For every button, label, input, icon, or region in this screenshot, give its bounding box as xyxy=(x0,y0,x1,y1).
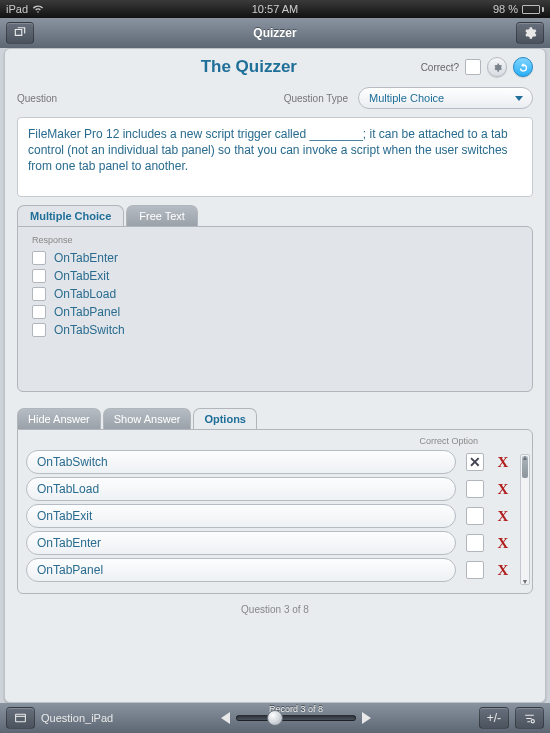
prev-record-button[interactable] xyxy=(221,712,230,724)
status-time: 10:57 AM xyxy=(0,3,550,15)
response-checkbox[interactable] xyxy=(32,251,46,265)
ipad-status-bar: iPad 10:57 AM 98 % xyxy=(0,0,550,18)
option-row: OnTabSwitchX xyxy=(26,450,512,474)
response-checkbox[interactable] xyxy=(32,287,46,301)
response-label: OnTabSwitch xyxy=(54,323,125,337)
option-row: OnTabExitX xyxy=(26,504,512,528)
tab-show-answer[interactable]: Show Answer xyxy=(103,408,192,429)
response-label: OnTabPanel xyxy=(54,305,120,319)
quiz-page: The Quizzer Correct? Question Question T… xyxy=(4,48,546,703)
response-row: OnTabPanel xyxy=(28,303,522,321)
header-refresh-button[interactable] xyxy=(513,57,533,77)
question-text[interactable]: FileMaker Pro 12 includes a new script t… xyxy=(17,117,533,197)
layout-menu-button[interactable] xyxy=(6,707,35,729)
response-label: OnTabEnter xyxy=(54,251,118,265)
option-input[interactable]: OnTabLoad xyxy=(26,477,456,501)
response-row: OnTabEnter xyxy=(28,249,522,267)
qtype-value: Multiple Choice xyxy=(369,92,444,104)
next-record-button[interactable] xyxy=(362,712,371,724)
option-input[interactable]: OnTabSwitch xyxy=(26,450,456,474)
option-correct-checkbox[interactable] xyxy=(466,507,484,525)
answer-tabs: Hide Answer Show Answer Options xyxy=(17,408,545,429)
response-checkbox[interactable] xyxy=(32,269,46,283)
option-row: OnTabLoadX xyxy=(26,477,512,501)
record-navigator: Record 3 of 8 xyxy=(119,712,472,724)
response-row: OnTabExit xyxy=(28,267,522,285)
tab-hide-answer[interactable]: Hide Answer xyxy=(17,408,101,429)
record-caption: Record 3 of 8 xyxy=(237,704,355,714)
record-slider[interactable]: Record 3 of 8 xyxy=(236,715,356,721)
option-correct-checkbox[interactable] xyxy=(466,534,484,552)
option-input[interactable]: OnTabEnter xyxy=(26,531,456,555)
navbar-title: Quizzer xyxy=(253,26,296,40)
correct-label: Correct? xyxy=(421,62,459,73)
option-delete-button[interactable]: X xyxy=(494,481,512,498)
option-text: OnTabSwitch xyxy=(37,455,108,469)
option-correct-checkbox[interactable] xyxy=(466,561,484,579)
question-label: Question xyxy=(17,93,77,104)
tab-options[interactable]: Options xyxy=(193,408,257,429)
option-delete-button[interactable]: X xyxy=(494,508,512,525)
tab-mc[interactable]: Multiple Choice xyxy=(17,205,124,226)
response-header: Response xyxy=(32,235,522,245)
correct-checkbox[interactable] xyxy=(465,59,481,75)
response-row: OnTabLoad xyxy=(28,285,522,303)
option-text: OnTabPanel xyxy=(37,563,103,577)
add-omit-button[interactable]: +/- xyxy=(479,707,509,729)
options-scrollbar[interactable]: ▲ ▼ xyxy=(520,454,530,585)
qtype-label: Question Type xyxy=(284,93,348,104)
bottom-toolbar: Question_iPad Record 3 of 8 +/- xyxy=(0,703,550,733)
option-row: OnTabEnterX xyxy=(26,531,512,555)
layout-name: Question_iPad xyxy=(41,712,113,724)
option-input[interactable]: OnTabExit xyxy=(26,504,456,528)
windows-button[interactable] xyxy=(6,22,34,44)
response-label: OnTabLoad xyxy=(54,287,116,301)
app-title: The Quizzer xyxy=(77,57,421,77)
svg-point-2 xyxy=(531,719,534,722)
option-text: OnTabExit xyxy=(37,509,92,523)
response-checkbox[interactable] xyxy=(32,305,46,319)
svg-rect-0 xyxy=(16,714,26,722)
option-row: OnTabPanelX xyxy=(26,558,512,582)
slider-knob[interactable] xyxy=(267,710,283,726)
correct-option-header: Correct Option xyxy=(26,436,524,446)
option-delete-button[interactable]: X xyxy=(494,562,512,579)
option-correct-checkbox[interactable] xyxy=(466,453,484,471)
app-navbar: Quizzer xyxy=(0,18,550,48)
response-label: OnTabExit xyxy=(54,269,109,283)
response-checkbox[interactable] xyxy=(32,323,46,337)
qtype-dropdown[interactable]: Multiple Choice xyxy=(358,87,533,109)
response-panel: Response OnTabEnterOnTabExitOnTabLoadOnT… xyxy=(17,226,533,392)
option-delete-button[interactable]: X xyxy=(494,535,512,552)
response-tabs: Multiple Choice Free Text xyxy=(17,205,545,226)
tab-free[interactable]: Free Text xyxy=(126,205,198,226)
option-delete-button[interactable]: X xyxy=(494,454,512,471)
find-sort-button[interactable] xyxy=(515,707,544,729)
options-panel: Correct Option OnTabSwitchXOnTabLoadXOnT… xyxy=(17,429,533,594)
option-text: OnTabEnter xyxy=(37,536,101,550)
pager-label: Question 3 of 8 xyxy=(5,604,545,615)
option-correct-checkbox[interactable] xyxy=(466,480,484,498)
settings-button[interactable] xyxy=(516,22,544,44)
option-text: OnTabLoad xyxy=(37,482,99,496)
response-row: OnTabSwitch xyxy=(28,321,522,339)
option-input[interactable]: OnTabPanel xyxy=(26,558,456,582)
header-gear-button[interactable] xyxy=(487,57,507,77)
